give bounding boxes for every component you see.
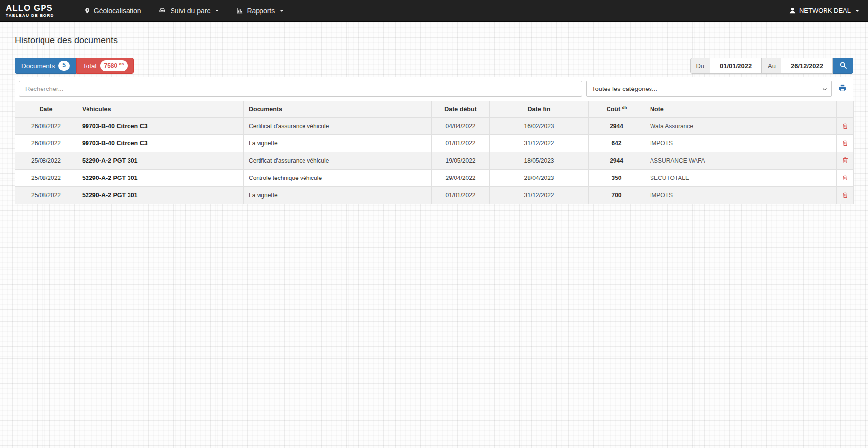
user-icon (789, 7, 796, 14)
nav-item-label: Rapports (247, 7, 275, 15)
date-from-label: Du (690, 58, 710, 74)
cell-note: ASSURANCE WAFA (645, 152, 837, 170)
user-menu-label: NETWORK DEAL (799, 7, 851, 14)
brand-logo[interactable]: ALLO GPS TABLEAU DE BORD (6, 4, 54, 18)
user-menu[interactable]: NETWORK DEAL (789, 7, 859, 14)
cell-cost: 350 (589, 170, 645, 187)
cell-actions (837, 118, 854, 135)
cell-document: Certificat d'assurance véhicule (244, 152, 432, 170)
cell-note: SECUTOTALE (645, 170, 837, 187)
trash-icon (842, 191, 849, 200)
delete-button[interactable] (842, 191, 849, 200)
cell-cost: 2944 (589, 152, 645, 170)
date-range-filter: Du Au (690, 58, 853, 74)
main-content: Historique des documents Documents 5 Tot… (0, 35, 868, 204)
category-select[interactable]: Toutes les catégories... (586, 81, 832, 97)
documents-count-badge: 5 (58, 61, 70, 71)
caret-down-icon (855, 10, 859, 12)
table-header-row: Date Véhicules Documents Date début Date… (15, 101, 854, 118)
header-date-start: Date début (432, 101, 490, 118)
search-icon (839, 61, 847, 71)
cell-date-end: 31/12/2022 (490, 135, 589, 152)
delete-button[interactable] (842, 174, 849, 183)
nav-item-rapports[interactable]: Rapports (236, 7, 284, 15)
header-cost: Coût dh (589, 101, 645, 118)
cell-date-end: 31/12/2022 (490, 187, 589, 204)
table-row: 25/08/2022 52290-A-2 PGT 301 Controle te… (15, 170, 854, 187)
cell-date: 26/08/2022 (15, 118, 77, 135)
cell-cost: 642 (589, 135, 645, 152)
print-button[interactable] (836, 83, 849, 95)
trash-icon (842, 122, 849, 131)
table-row: 25/08/2022 52290-A-2 PGT 301 Certificat … (15, 152, 854, 170)
cell-date-start: 19/05/2022 (432, 152, 490, 170)
nav-items: Géolocalisation Suivi du parc Rapports (84, 7, 284, 15)
documents-panel: Toutes les catégories... Date Véhicules … (15, 77, 853, 204)
brand-title: ALLO GPS (6, 4, 54, 12)
date-from-input[interactable] (710, 58, 762, 74)
cell-actions (837, 170, 854, 187)
trash-icon (842, 156, 849, 166)
brand-subtitle: TABLEAU DE BORD (6, 14, 54, 18)
car-icon (158, 7, 167, 14)
cell-vehicle: 52290-A-2 PGT 301 (77, 170, 244, 187)
header-date-end: Date fin (490, 101, 589, 118)
cell-date: 25/08/2022 (15, 187, 77, 204)
cell-note: IMPOTS (645, 187, 837, 204)
documents-table: Date Véhicules Documents Date début Date… (15, 101, 854, 204)
header-actions (837, 101, 854, 118)
caret-down-icon (215, 10, 219, 12)
trash-icon (842, 174, 849, 183)
nav-item-suivi-du-parc[interactable]: Suivi du parc (158, 7, 219, 15)
date-to-input[interactable] (781, 58, 833, 74)
currency-unit: dh (119, 62, 124, 66)
cell-date: 25/08/2022 (15, 152, 77, 170)
delete-button[interactable] (842, 139, 849, 148)
cell-date: 25/08/2022 (15, 170, 77, 187)
cell-document: Certificat d'assurance véhicule (244, 118, 432, 135)
map-marker-icon (84, 7, 90, 15)
date-to-label: Au (762, 58, 781, 74)
nav-item-geolocalisation[interactable]: Géolocalisation (84, 7, 141, 15)
documents-count-button[interactable]: Documents 5 (15, 58, 76, 74)
header-date: Date (15, 101, 77, 118)
nav-item-label: Suivi du parc (170, 7, 210, 15)
nav-item-label: Géolocalisation (94, 7, 141, 15)
cell-date-start: 29/04/2022 (432, 170, 490, 187)
cell-date-end: 16/02/2023 (490, 118, 589, 135)
search-input[interactable] (19, 81, 582, 97)
total-cost-button[interactable]: Total 7580 dh (76, 58, 134, 74)
date-search-button[interactable] (833, 58, 853, 74)
cell-date-start: 01/01/2022 (432, 135, 490, 152)
cell-vehicle: 99703-B-40 Citroen C3 (77, 135, 244, 152)
cell-actions (837, 152, 854, 170)
cell-vehicle: 99703-B-40 Citroen C3 (77, 118, 244, 135)
cell-cost: 2944 (589, 118, 645, 135)
cell-document: Controle technique véhicule (244, 170, 432, 187)
cell-vehicle: 52290-A-2 PGT 301 (77, 187, 244, 204)
cell-note: IMPOTS (645, 135, 837, 152)
bar-chart-icon (236, 7, 243, 14)
documents-button-label: Documents (21, 62, 55, 70)
total-cost-badge: 7580 dh (100, 60, 128, 71)
summary-buttons: Documents 5 Total 7580 dh (15, 58, 134, 74)
delete-button[interactable] (842, 122, 849, 131)
cell-date-end: 18/05/2023 (490, 152, 589, 170)
cell-actions (837, 187, 854, 204)
navbar: ALLO GPS TABLEAU DE BORD Géolocalisation… (0, 0, 868, 22)
cell-cost: 700 (589, 187, 645, 204)
cell-note: Wafa Assurance (645, 118, 837, 135)
trash-icon (842, 139, 849, 148)
printer-icon (838, 84, 847, 94)
cell-vehicle: 52290-A-2 PGT 301 (77, 152, 244, 170)
delete-button[interactable] (842, 156, 849, 166)
filter-row: Toutes les catégories... (15, 77, 853, 101)
caret-down-icon (280, 10, 284, 12)
table-row: 25/08/2022 52290-A-2 PGT 301 La vignette… (15, 187, 854, 204)
cell-date-end: 28/04/2023 (490, 170, 589, 187)
cell-document: La vignette (244, 135, 432, 152)
category-select-wrap: Toutes les catégories... (586, 81, 832, 97)
cell-actions (837, 135, 854, 152)
cell-date: 26/08/2022 (15, 135, 77, 152)
cell-date-start: 04/04/2022 (432, 118, 490, 135)
